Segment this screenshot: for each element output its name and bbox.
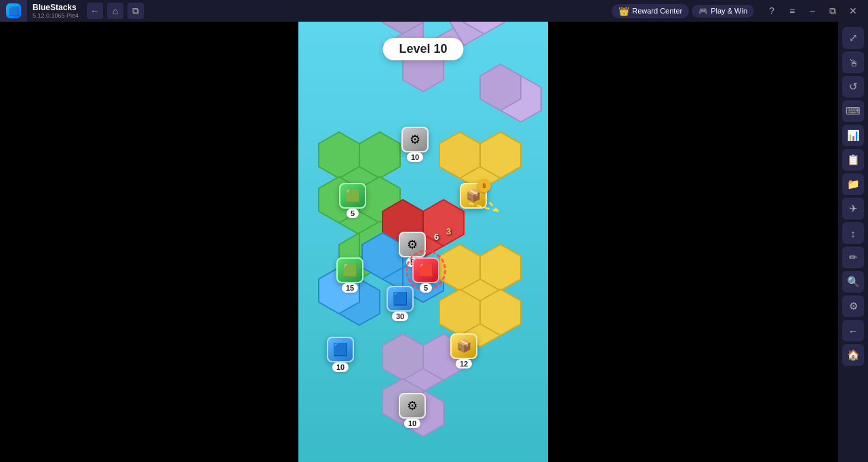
sidebar-resize-btn[interactable]: ↕ xyxy=(842,222,864,244)
reward-center-label: Reward Center xyxy=(632,7,682,15)
piece-body-yellow-right-bottom: 📦 xyxy=(450,333,477,359)
battle-number-6: 6 xyxy=(434,232,439,242)
sidebar-stats-btn[interactable]: 📊 xyxy=(842,125,864,146)
play-win-label: Play & Win xyxy=(711,7,747,15)
minimize-button[interactable]: − xyxy=(803,1,822,20)
piece-blue-center[interactable]: 🟦 30 xyxy=(387,286,414,312)
level-label: Level 10 xyxy=(399,42,447,56)
play-win-button[interactable]: 🎮 Play & Win xyxy=(692,5,754,18)
piece-body-green-left-top: 🟩 xyxy=(339,183,366,209)
piece-number-yellow-right-bottom: 12 xyxy=(456,359,472,369)
close-button[interactable]: ✕ xyxy=(844,1,863,20)
piece-body-gray-bottom: ⚙ xyxy=(399,393,426,419)
sidebar-keyboard-btn[interactable]: ⌨ xyxy=(842,100,864,122)
piece-green-left-top[interactable]: 🟩 5 xyxy=(339,183,366,209)
reward-center-button[interactable]: 👑 Reward Center xyxy=(612,4,689,18)
right-sidebar: ⤢ 🖱 ↺ ⌨ 📊 📋 📁 ✈ ↕ ✏ 🔍 ⚙ ← 🏠 xyxy=(838,22,868,462)
piece-body-blue-center: 🟦 xyxy=(387,286,414,312)
titlebar: 🟦 BlueStacks 5.12.0.1065 Pie4 ← ⌂ ⧉ 👑 Re… xyxy=(0,0,868,22)
game-canvas: Level 10 ⚙ 10 🟩 5 📦 $ ⚙ 5 🟩 15 xyxy=(298,22,548,462)
home-button[interactable]: ⌂ xyxy=(107,3,123,19)
left-panel xyxy=(0,22,298,462)
piece-gray-bottom[interactable]: ⚙ 10 xyxy=(399,393,426,419)
app-version: 5.12.0.1065 Pie4 xyxy=(33,12,79,19)
piece-body-blue-left: 🟦 xyxy=(327,337,354,362)
sidebar-mouse-btn[interactable]: 🖱 xyxy=(842,51,864,73)
piece-body-green-left-bottom: 🟩 xyxy=(336,257,363,283)
app-title: BlueStacks xyxy=(33,3,79,12)
app-logo: 🟦 xyxy=(0,0,27,22)
play-win-icon: 🎮 xyxy=(698,7,708,16)
piece-body-gray-top: ⚙ xyxy=(401,127,429,152)
piece-coin-yellow: $ xyxy=(477,179,491,192)
piece-yellow-right-bottom[interactable]: 📦 12 xyxy=(450,333,477,359)
piece-number-red: 5 xyxy=(420,283,432,293)
sidebar-folder-btn[interactable]: 📁 xyxy=(842,173,864,195)
piece-red-battle[interactable]: 🟥 5 xyxy=(412,257,439,283)
game-viewport[interactable]: Level 10 ⚙ 10 🟩 5 📦 $ ⚙ 5 🟩 15 xyxy=(298,22,548,462)
piece-number-gray-bottom: 10 xyxy=(404,419,420,428)
sidebar-clipboard-btn[interactable]: 📋 xyxy=(842,149,864,171)
piece-number-gray-top: 10 xyxy=(407,152,423,162)
piece-number-blue-center: 30 xyxy=(392,312,408,321)
piece-blue-left[interactable]: 🟦 10 xyxy=(327,337,354,362)
battle-number-3: 3 xyxy=(446,226,451,236)
sidebar-refresh-btn[interactable]: ↺ xyxy=(842,76,864,98)
recent-button[interactable]: ⧉ xyxy=(127,3,144,19)
piece-yellow-right-top[interactable]: 📦 $ xyxy=(460,183,487,209)
level-badge: Level 10 xyxy=(382,38,463,60)
piece-number-green-left-bottom: 15 xyxy=(342,283,358,293)
restore-button[interactable]: ⧉ xyxy=(823,1,842,20)
piece-green-left-bottom[interactable]: 🟩 15 xyxy=(336,257,363,283)
help-button[interactable]: ? xyxy=(762,1,781,20)
sidebar-back-btn[interactable]: ← xyxy=(842,320,864,341)
menu-button[interactable]: ≡ xyxy=(783,1,802,20)
crown-icon: 👑 xyxy=(618,6,629,16)
piece-number-blue-left: 10 xyxy=(332,362,349,372)
piece-gray-top[interactable]: ⚙ 10 xyxy=(401,127,429,152)
piece-body-yellow-right-top: 📦 $ xyxy=(460,183,487,209)
sidebar-macro-btn[interactable]: 🔍 xyxy=(842,271,864,293)
titlebar-nav: ← ⌂ ⧉ xyxy=(87,3,144,19)
sidebar-settings-btn[interactable]: ⚙ xyxy=(842,295,864,317)
back-button[interactable]: ← xyxy=(87,3,103,19)
sidebar-edit-btn[interactable]: ✏ xyxy=(842,247,864,268)
piece-number-green-left-top: 5 xyxy=(347,209,359,218)
sidebar-expand-btn[interactable]: ⤢ xyxy=(842,27,864,49)
sidebar-home-btn[interactable]: 🏠 xyxy=(842,344,864,366)
app-info: BlueStacks 5.12.0.1065 Pie4 xyxy=(27,3,84,19)
piece-body-red-battle: 🟥 xyxy=(412,257,439,283)
bluestacks-logo-icon: 🟦 xyxy=(6,3,21,18)
titlebar-right: 👑 Reward Center 🎮 Play & Win ? ≡ − ⧉ ✕ xyxy=(612,1,868,20)
sidebar-flight-btn[interactable]: ✈ xyxy=(842,198,864,219)
window-controls: ? ≡ − ⧉ ✕ xyxy=(762,1,863,20)
